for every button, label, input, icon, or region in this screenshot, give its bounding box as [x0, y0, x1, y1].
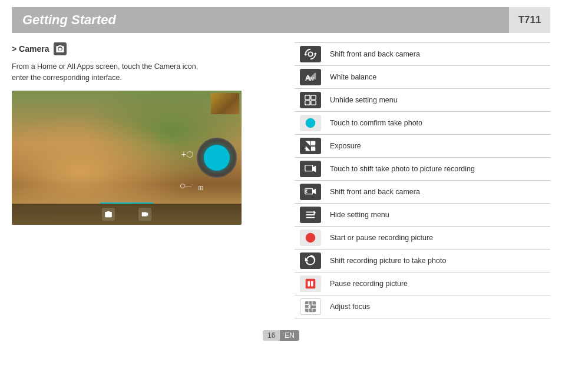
page-badge: 16 EN: [263, 330, 299, 341]
svg-point-0: [59, 48, 62, 51]
svg-rect-14: [305, 165, 313, 171]
table-row: Pause recording picture: [295, 273, 550, 295]
cam-grid-icon: ⊞: [198, 184, 203, 192]
icon-cell-9: [295, 227, 326, 250]
cam-o-icon: O—: [180, 182, 191, 190]
icon-table: Shift front and back camera Aw White bal…: [295, 42, 550, 318]
page-title: Getting Started: [22, 12, 116, 28]
svg-point-16: [306, 233, 316, 243]
model-badge: T711: [509, 7, 550, 33]
desc-6: Touch to shift take photo to picture rec…: [326, 158, 550, 181]
svg-rect-18: [308, 281, 310, 286]
cam-video-btn: [138, 208, 151, 221]
confirm-photo-icon: [300, 115, 321, 131]
main-content: > Camera From a Home or All Apps screen,…: [12, 42, 550, 318]
icon-cell-7: [295, 181, 326, 204]
icon-cell-1: [295, 43, 326, 66]
desc-9: Start or pause recording picture: [326, 227, 550, 250]
svg-rect-17: [306, 279, 316, 289]
svg-rect-6: [305, 95, 310, 99]
desc-3: Unhide setting menu: [326, 89, 550, 112]
shift-to-photo-icon: [300, 253, 321, 269]
icon-cell-6: [295, 158, 326, 181]
desc-7: Shift front and back camera: [326, 181, 550, 204]
icon-cell-8: [295, 204, 326, 227]
start-recording-icon: [300, 230, 321, 246]
adjust-focus-icon: [300, 298, 321, 315]
section-description: From a Home or All Apps screen, touch th…: [12, 61, 283, 84]
desc-10: Shift recording picture to take photo: [326, 250, 550, 273]
table-row: Exposure: [295, 135, 550, 158]
svg-rect-15: [305, 189, 313, 194]
hide-menu-icon: [300, 207, 321, 223]
desc-5: Exposure: [326, 135, 550, 158]
icon-cell-3: [295, 89, 326, 112]
table-row: Start or pause recording picture: [295, 227, 550, 250]
cam-photo-btn: [102, 208, 115, 221]
desc-2: White balance: [326, 66, 550, 89]
icon-cell-11: [295, 273, 326, 295]
table-row: Touch to comfirm take photo: [295, 112, 550, 135]
cam-plus-icon: +⬡: [181, 150, 193, 159]
svg-rect-9: [311, 101, 316, 105]
table-row: Shift recording picture to take photo: [295, 250, 550, 273]
desc-4: Touch to comfirm take photo: [326, 112, 550, 135]
cam-shutter-ring: [197, 138, 237, 178]
icon-cell-12: [295, 295, 326, 318]
shift-front-back-2-icon: [300, 184, 321, 200]
cam-controls: [197, 138, 237, 178]
shift-front-back-icon: [300, 46, 321, 62]
page-header: Getting Started T711: [12, 7, 550, 33]
desc-11: Pause recording picture: [326, 273, 550, 295]
white-balance-icon: Aw: [300, 69, 321, 85]
table-row: Touch to shift take photo to picture rec…: [295, 158, 550, 181]
svg-point-3: [309, 52, 312, 56]
pause-recording-icon: [300, 275, 321, 292]
section-title: > Camera: [12, 42, 283, 55]
icon-cell-5: [295, 135, 326, 158]
icon-cell-10: [295, 250, 326, 273]
icon-cell-2: Aw: [295, 66, 326, 89]
table-row: Shift front and back camera: [295, 181, 550, 204]
cam-shutter-button: [204, 145, 230, 171]
icon-cell-4: [295, 112, 326, 135]
desc-1: Shift front and back camera: [326, 43, 550, 66]
header-title-bar: Getting Started: [12, 7, 509, 33]
svg-rect-8: [305, 101, 310, 105]
footer: 16 EN: [0, 330, 562, 341]
table-row: Aw White balance: [295, 66, 550, 89]
svg-point-10: [306, 118, 316, 128]
table-row: Shift front and back camera: [295, 43, 550, 66]
desc-12: Adjust focus: [326, 295, 550, 318]
shift-to-recording-icon: [300, 161, 321, 177]
table-row: Adjust focus: [295, 295, 550, 318]
svg-rect-7: [311, 95, 316, 99]
camera-screenshot: +⬡ O— ⊞: [12, 91, 242, 225]
svg-rect-19: [311, 281, 313, 286]
exposure-icon: [300, 138, 321, 154]
cam-bottom-bar: [12, 204, 242, 225]
unhide-menu-icon: [300, 92, 321, 108]
cam-thumbnail: [211, 93, 239, 114]
camera-icon: [54, 42, 67, 55]
page-language: EN: [280, 330, 299, 341]
table-row: Hide setting menu: [295, 204, 550, 227]
left-panel: > Camera From a Home or All Apps screen,…: [12, 42, 283, 318]
page-number: 16: [263, 330, 280, 341]
right-panel: Shift front and back camera Aw White bal…: [295, 42, 550, 318]
table-row: Unhide setting menu: [295, 89, 550, 112]
desc-8: Hide setting menu: [326, 204, 550, 227]
